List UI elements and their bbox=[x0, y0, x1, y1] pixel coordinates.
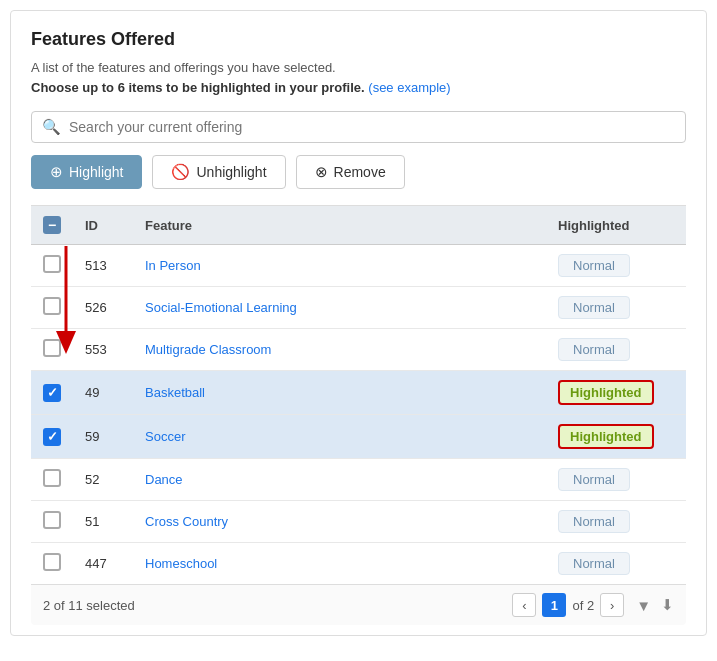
table-container: − ID Feature Highlighted 513In PersonNor… bbox=[31, 206, 686, 584]
table-row: 52DanceNormal bbox=[31, 459, 686, 501]
status-badge: Normal bbox=[558, 254, 630, 277]
row-id: 51 bbox=[73, 501, 133, 543]
search-bar: 🔍 bbox=[31, 111, 686, 143]
subtitle-line2: Choose up to 6 items to be highlighted i… bbox=[31, 80, 365, 95]
row-feature: Basketball bbox=[133, 371, 546, 415]
remove-label: Remove bbox=[334, 164, 386, 180]
unhighlight-label: Unhighlight bbox=[196, 164, 266, 180]
row-feature: Dance bbox=[133, 459, 546, 501]
table-row: ✓49BasketballHighlighted bbox=[31, 371, 686, 415]
feature-link[interactable]: Homeschool bbox=[145, 556, 217, 571]
selection-count: 2 of 11 selected bbox=[43, 598, 135, 613]
col-header-id: ID bbox=[73, 206, 133, 245]
table-row: 447HomeschoolNormal bbox=[31, 543, 686, 585]
row-id: 52 bbox=[73, 459, 133, 501]
highlight-button[interactable]: ⊕ Highlight bbox=[31, 155, 142, 189]
row-status-cell: Highlighted bbox=[546, 415, 686, 459]
search-icon: 🔍 bbox=[42, 118, 61, 136]
footer-icons: ▼ ⬇ bbox=[636, 596, 674, 614]
unhighlight-button[interactable]: 🚫 Unhighlight bbox=[152, 155, 285, 189]
status-badge: Highlighted bbox=[558, 424, 654, 449]
row-checkbox[interactable] bbox=[43, 553, 61, 571]
row-id: 447 bbox=[73, 543, 133, 585]
feature-link[interactable]: Basketball bbox=[145, 385, 205, 400]
table-row: 513In PersonNormal bbox=[31, 245, 686, 287]
status-badge: Highlighted bbox=[558, 380, 654, 405]
subtitle-line1: A list of the features and offerings you… bbox=[31, 60, 336, 75]
col-header-checkbox: − bbox=[31, 206, 73, 245]
col-header-feature: Feature bbox=[133, 206, 546, 245]
row-feature: Soccer bbox=[133, 415, 546, 459]
page-of-text: of 2 bbox=[572, 598, 594, 613]
table-header-row: − ID Feature Highlighted bbox=[31, 206, 686, 245]
row-checkbox[interactable] bbox=[43, 511, 61, 529]
row-feature: Homeschool bbox=[133, 543, 546, 585]
remove-button[interactable]: ⊗ Remove bbox=[296, 155, 405, 189]
row-status-cell: Normal bbox=[546, 245, 686, 287]
row-status-cell: Normal bbox=[546, 459, 686, 501]
highlight-label: Highlight bbox=[69, 164, 123, 180]
row-feature: Multigrade Classroom bbox=[133, 329, 546, 371]
row-checkbox-cell: ✓ bbox=[31, 371, 73, 415]
page-title: Features Offered bbox=[31, 29, 686, 50]
row-checkbox[interactable] bbox=[43, 255, 61, 273]
table-row: ✓59SoccerHighlighted bbox=[31, 415, 686, 459]
table-row: 51Cross CountryNormal bbox=[31, 501, 686, 543]
current-page[interactable]: 1 bbox=[542, 593, 566, 617]
row-feature: In Person bbox=[133, 245, 546, 287]
row-feature: Cross Country bbox=[133, 501, 546, 543]
table-row: 526Social-Emotional LearningNormal bbox=[31, 287, 686, 329]
row-checkbox-cell bbox=[31, 329, 73, 371]
row-id: 59 bbox=[73, 415, 133, 459]
download-icon[interactable]: ⬇ bbox=[661, 596, 674, 614]
status-badge: Normal bbox=[558, 510, 630, 533]
pagination: ‹ 1 of 2 › bbox=[512, 593, 624, 617]
feature-link[interactable]: Social-Emotional Learning bbox=[145, 300, 297, 315]
row-checkbox[interactable]: ✓ bbox=[43, 428, 61, 446]
feature-link[interactable]: In Person bbox=[145, 258, 201, 273]
row-id: 49 bbox=[73, 371, 133, 415]
features-table: − ID Feature Highlighted 513In PersonNor… bbox=[31, 206, 686, 584]
prev-page-button[interactable]: ‹ bbox=[512, 593, 536, 617]
row-checkbox-cell bbox=[31, 501, 73, 543]
status-badge: Normal bbox=[558, 468, 630, 491]
row-id: 553 bbox=[73, 329, 133, 371]
feature-link[interactable]: Multigrade Classroom bbox=[145, 342, 271, 357]
filter-icon[interactable]: ▼ bbox=[636, 597, 651, 614]
see-example-link[interactable]: (see example) bbox=[368, 80, 450, 95]
page-subtitle: A list of the features and offerings you… bbox=[31, 58, 686, 97]
row-checkbox-cell bbox=[31, 459, 73, 501]
feature-link[interactable]: Soccer bbox=[145, 429, 185, 444]
status-badge: Normal bbox=[558, 552, 630, 575]
row-feature: Social-Emotional Learning bbox=[133, 287, 546, 329]
row-checkbox-cell bbox=[31, 245, 73, 287]
status-badge: Normal bbox=[558, 296, 630, 319]
row-status-cell: Normal bbox=[546, 501, 686, 543]
row-checkbox[interactable] bbox=[43, 339, 61, 357]
feature-link[interactable]: Dance bbox=[145, 472, 183, 487]
row-checkbox[interactable] bbox=[43, 469, 61, 487]
row-checkbox-cell bbox=[31, 543, 73, 585]
remove-icon: ⊗ bbox=[315, 163, 328, 181]
row-checkbox[interactable] bbox=[43, 297, 61, 315]
row-status-cell: Normal bbox=[546, 329, 686, 371]
table-footer: 2 of 11 selected ‹ 1 of 2 › ▼ ⬇ bbox=[31, 584, 686, 625]
unhighlight-icon: 🚫 bbox=[171, 163, 190, 181]
row-checkbox-cell: ✓ bbox=[31, 415, 73, 459]
status-badge: Normal bbox=[558, 338, 630, 361]
row-status-cell: Highlighted bbox=[546, 371, 686, 415]
next-page-button[interactable]: › bbox=[600, 593, 624, 617]
col-header-highlighted: Highlighted bbox=[546, 206, 686, 245]
row-status-cell: Normal bbox=[546, 287, 686, 329]
highlight-plus-icon: ⊕ bbox=[50, 163, 63, 181]
action-toolbar: ⊕ Highlight 🚫 Unhighlight ⊗ Remove bbox=[31, 155, 686, 189]
row-checkbox-cell bbox=[31, 287, 73, 329]
row-checkbox[interactable]: ✓ bbox=[43, 384, 61, 402]
row-status-cell: Normal bbox=[546, 543, 686, 585]
row-id: 526 bbox=[73, 287, 133, 329]
row-id: 513 bbox=[73, 245, 133, 287]
search-input[interactable] bbox=[69, 119, 675, 135]
table-row: 553Multigrade ClassroomNormal bbox=[31, 329, 686, 371]
feature-link[interactable]: Cross Country bbox=[145, 514, 228, 529]
select-all-checkbox[interactable]: − bbox=[43, 216, 61, 234]
